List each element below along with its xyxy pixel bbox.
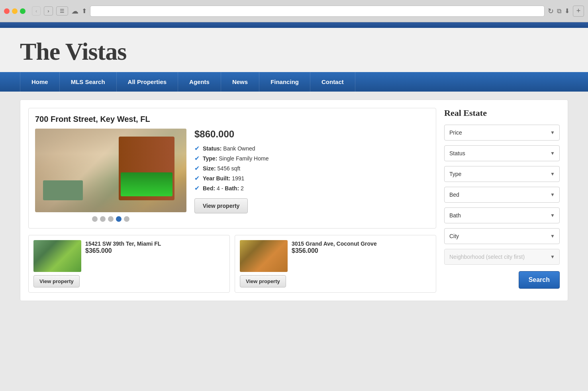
nav-item-home[interactable]: Home [20,72,60,92]
featured-property-image [35,129,186,212]
download-button[interactable]: ⬇ [564,7,570,15]
close-window-button[interactable] [4,8,10,14]
carousel-dot-3[interactable] [108,216,114,222]
property-size-row: ✔ Size: 5456 sqft [194,164,429,172]
property-info-list: ✔ Status: Bank Owned ✔ Type: Single Fami… [194,145,429,192]
main-navigation: Home MLS Search All Properties Agents Ne… [0,72,588,92]
property-status-row: ✔ Status: Bank Owned [194,145,429,152]
featured-property-details: $860.000 ✔ Status: Bank Owned ✔ Type: Si… [194,129,429,222]
bed-bath-label: Bed: 4 - Bath: 2 [203,185,244,192]
card-2-image [240,240,288,272]
nav-item-all-properties[interactable]: All Properties [117,72,178,92]
city-filter-wrapper: City ▼ [444,228,560,244]
image-carousel [35,216,186,222]
neighborhood-filter-wrapper: Neighborhood (select city first) ▼ [444,249,560,265]
browser-chrome: ‹ › ☰ ☁ ⬆ ↻ ⧉ ⬇ + [0,0,588,22]
traffic-lights [4,8,25,14]
forward-button[interactable]: › [44,6,53,16]
cloud-icon[interactable]: ☁ [71,7,78,16]
reload-button[interactable]: ↻ [548,7,554,16]
featured-property: 700 Front Street, Key West, FL [28,108,436,229]
featured-property-address: 700 Front Street, Key West, FL [35,115,429,124]
top-blue-bar [0,22,588,28]
bed-filter-select[interactable]: Bed [444,187,560,203]
price-filter-select[interactable]: Price [444,125,560,141]
card-2-top: 3015 Grand Ave, Coconut Grove $356.000 [240,240,431,272]
minimize-window-button[interactable] [12,8,18,14]
property-cards: 15421 SW 39th Ter, Miami FL $365.000 Vie… [28,235,436,293]
check-icon-status: ✔ [194,145,200,152]
search-button[interactable]: Search [519,271,560,289]
property-card-1: 15421 SW 39th Ter, Miami FL $365.000 Vie… [28,235,230,293]
year-label: Year Built: 1991 [203,175,244,182]
carousel-dot-2[interactable] [100,216,106,222]
card-2-price: $356.000 [292,247,377,254]
card-1-view-button[interactable]: View property [33,275,80,287]
featured-property-price: $860.000 [194,129,429,140]
nav-item-news[interactable]: News [221,72,259,92]
sidebar-title: Real Estate [444,108,560,118]
property-bed-bath-row: ✔ Bed: 4 - Bath: 2 [194,184,429,192]
property-year-row: ✔ Year Built: 1991 [194,174,429,182]
sidebar-toggle-button[interactable]: ☰ [56,6,68,16]
room-bunk-bed [119,137,174,200]
sidebar: Real Estate Price ▼ Status ▼ Type ▼ [444,108,560,293]
city-filter-select[interactable]: City [444,228,560,244]
check-icon-type: ✔ [194,154,200,162]
property-type-row: ✔ Type: Single Family Home [194,154,429,162]
bed-filter-wrapper: Bed ▼ [444,187,560,203]
nav-item-financing[interactable]: Financing [259,72,310,92]
card-2-address: 3015 Grand Ave, Coconut Grove [292,240,377,247]
status-filter-wrapper: Status ▼ [444,145,560,161]
carousel-dot-5[interactable] [124,216,129,222]
status-filter-select[interactable]: Status [444,145,560,161]
bath-filter-select[interactable]: Bath [444,207,560,223]
nav-item-contact[interactable]: Contact [310,72,355,92]
multi-window-button[interactable]: ⧉ [557,8,561,15]
card-2-view-button[interactable]: View property [240,275,286,287]
share-button[interactable]: ⬆ [82,7,87,15]
card-1-address: 15421 SW 39th Ter, Miami FL [85,240,161,247]
left-column: 700 Front Street, Key West, FL [28,108,436,293]
card-1-top: 15421 SW 39th Ter, Miami FL $365.000 [33,240,225,272]
size-label: Size: 5456 sqft [203,165,240,172]
main-content: 700 Front Street, Key West, FL [0,92,588,309]
card-1-info: 15421 SW 39th Ter, Miami FL $365.000 [85,240,161,254]
type-filter-select[interactable]: Type [444,166,560,182]
neighborhood-filter-select[interactable]: Neighborhood (select city first) [444,249,560,265]
card-1-image [33,240,81,272]
carousel-dot-1[interactable] [92,216,98,222]
type-label: Type: Single Family Home [203,155,269,162]
bath-filter-wrapper: Bath ▼ [444,207,560,223]
nav-item-agents[interactable]: Agents [178,72,221,92]
featured-view-property-button[interactable]: View property [194,198,248,213]
nav-item-mls-search[interactable]: MLS Search [60,72,117,92]
carousel-dot-4[interactable] [116,216,122,222]
address-bar[interactable] [90,6,545,17]
card-2-info: 3015 Grand Ave, Coconut Grove $356.000 [292,240,377,254]
back-button[interactable]: ‹ [32,6,41,16]
property-card-2: 3015 Grand Ave, Coconut Grove $356.000 V… [235,235,436,293]
check-icon-size: ✔ [194,164,200,172]
status-label: Status: Bank Owned [203,145,255,152]
site-title: The Vistas [20,37,568,66]
site-header: The Vistas [0,28,588,72]
content-wrapper: 700 Front Street, Key West, FL [20,100,568,301]
card-1-price: $365.000 [85,247,161,254]
type-filter-wrapper: Type ▼ [444,166,560,182]
featured-property-main: $860.000 ✔ Status: Bank Owned ✔ Type: Si… [35,129,429,222]
check-icon-year: ✔ [194,174,200,182]
room-desk [43,180,83,200]
check-icon-bed-bath: ✔ [194,184,200,192]
new-tab-button[interactable]: + [573,6,584,17]
maximize-window-button[interactable] [20,8,25,14]
price-filter-wrapper: Price ▼ [444,125,560,141]
